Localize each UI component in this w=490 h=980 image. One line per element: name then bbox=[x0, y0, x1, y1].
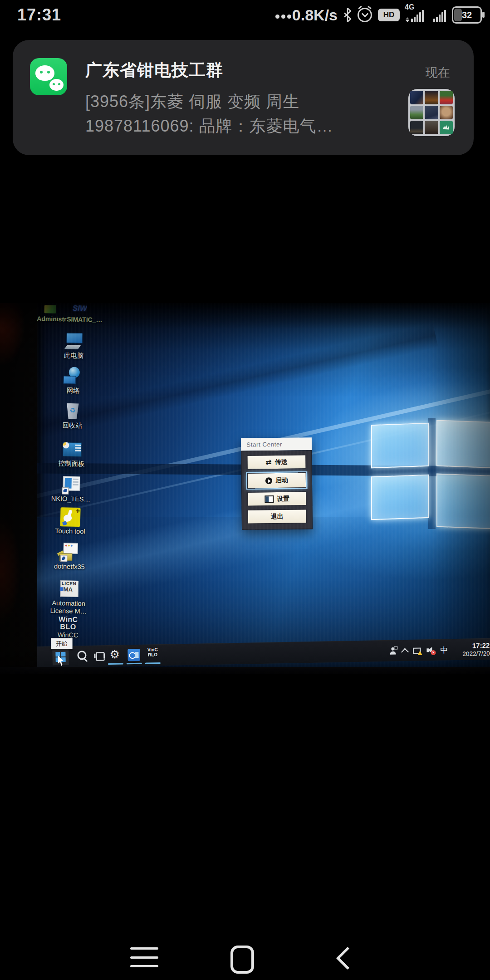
start-center-dialog: Start Center ⇄ 传送 启动 设置 退出 bbox=[241, 437, 313, 530]
shortcut-window-icon bbox=[60, 475, 82, 495]
installer-box-icon bbox=[59, 543, 81, 562]
navigation-bar bbox=[0, 935, 490, 980]
windows-logo-pane bbox=[436, 474, 490, 529]
desktop-icon-wincc: WinCBLO WinCC bbox=[43, 614, 93, 639]
phone-screen: 17:31 0.8K/s HD 4G 32 bbox=[0, 0, 490, 980]
start-runtime-button: 启动 bbox=[247, 472, 306, 488]
system-tray: × 中 17:22 2022/7/20 bbox=[389, 639, 490, 662]
settings-window-icon bbox=[265, 495, 274, 503]
touch-tool-icon: + bbox=[59, 507, 82, 527]
home-button[interactable] bbox=[230, 946, 254, 974]
exit-button: 退出 bbox=[248, 509, 307, 524]
dialog-title: Start Center bbox=[241, 437, 312, 451]
monitor-bezel bbox=[0, 667, 490, 674]
notification-card[interactable]: 广东省钳电技工群 现在 [3956条]东菱 伺服 变频 周生 198781160… bbox=[13, 40, 474, 155]
desktop-icon-license-manager: LICEN MA AutomationLicense M… bbox=[44, 579, 94, 615]
windows-desktop: Administr… SIW SIMATIC_… 此电脑 网络 ♻ 回收站 bbox=[37, 303, 490, 667]
wincc-logo-icon: WinCBLO bbox=[57, 615, 79, 631]
desktop-icon-recycle-bin: ♻ 回收站 bbox=[47, 402, 98, 430]
status-icons: 0.8K/s HD 4G 32 bbox=[275, 0, 485, 30]
notification-title: 广东省钳电技工群 bbox=[85, 59, 223, 82]
this-pc-icon bbox=[63, 332, 85, 351]
photo-dark-edge bbox=[0, 303, 37, 674]
gear-icon: ⚙ bbox=[109, 648, 120, 661]
group-avatar bbox=[408, 89, 455, 136]
desktop-icon-nkio: NKIO_TES… bbox=[46, 475, 96, 504]
notification-line2: 19878116069: 品牌：东菱电气… bbox=[85, 115, 333, 137]
desktop-icon-simatic: SIMATIC_… bbox=[67, 315, 103, 323]
start-tooltip: 开始 bbox=[51, 638, 73, 649]
wechat-icon bbox=[30, 58, 67, 95]
notification-line1: [3956条]东菱 伺服 变频 周生 bbox=[85, 91, 299, 113]
running-indicator bbox=[127, 663, 142, 665]
back-button[interactable] bbox=[336, 947, 359, 970]
chevron-up-icon bbox=[401, 648, 409, 656]
wincc-taskbar-icon: VinCRLO bbox=[145, 647, 160, 657]
administrator-icon bbox=[44, 305, 56, 314]
desktop-icons: Administr… SIW SIMATIC_… 此电脑 网络 ♻ 回收站 bbox=[37, 303, 110, 649]
simatic-icon: SIW bbox=[73, 304, 88, 314]
desktop-icon-dotnetfx35: dotnetfx35 bbox=[44, 542, 95, 571]
start-button bbox=[52, 649, 69, 666]
network-icon bbox=[62, 367, 84, 386]
windows-logo-pane bbox=[436, 420, 490, 469]
clock-time: 17:31 bbox=[17, 5, 61, 24]
network-speed: 0.8K/s bbox=[275, 6, 338, 24]
search-icon bbox=[77, 650, 88, 662]
dialog-body: ⇄ 传送 启动 设置 退出 bbox=[241, 450, 313, 530]
bluetooth-icon bbox=[343, 8, 352, 22]
control-panel-icon bbox=[61, 440, 83, 459]
desktop-icon-control-panel: 控制面板 bbox=[46, 440, 97, 468]
transfer-icon: ⇄ bbox=[265, 459, 272, 466]
volume-muted-icon: × bbox=[426, 647, 435, 654]
hd-icon: HD bbox=[378, 9, 400, 21]
network-warning-icon bbox=[413, 647, 421, 654]
desktop-icon-touch-tool: + Touch tool bbox=[45, 507, 95, 535]
speed-dots-icon bbox=[275, 15, 291, 19]
time-settings-app-icon bbox=[127, 649, 140, 661]
taskbar-clock: 17:22 2022/7/20 bbox=[453, 641, 490, 657]
taskbar-date: 2022/7/20 bbox=[462, 650, 490, 657]
recents-button[interactable] bbox=[130, 947, 158, 967]
license-manager-icon: LICEN MA bbox=[58, 579, 80, 599]
battery-icon: 32 bbox=[452, 6, 482, 24]
monitor-photo[interactable]: Administr… SIW SIMATIC_… 此电脑 网络 ♻ 回收站 bbox=[0, 303, 490, 674]
recycle-bin-icon: ♻ bbox=[62, 402, 84, 421]
task-view-icon bbox=[94, 650, 105, 662]
status-bar[interactable]: 17:31 0.8K/s HD 4G 32 bbox=[0, 0, 490, 30]
transfer-button: ⇄ 传送 bbox=[247, 455, 306, 469]
desktop-icon-this-pc: 此电脑 bbox=[49, 332, 99, 360]
battery-level: 32 bbox=[453, 8, 480, 22]
windows-logo-pane bbox=[371, 475, 429, 520]
taskbar-time: 17:22 bbox=[472, 641, 490, 649]
signal-4g-icon: 4G bbox=[406, 6, 424, 24]
settings-button: 设置 bbox=[247, 491, 306, 506]
signal-icon bbox=[430, 6, 446, 24]
windows-logo-divider bbox=[428, 418, 436, 529]
user-tray-icon bbox=[389, 647, 397, 654]
ime-indicator: 中 bbox=[440, 645, 448, 655]
running-indicator bbox=[145, 662, 161, 664]
windows-logo-pane bbox=[371, 423, 429, 468]
alarm-icon bbox=[358, 8, 372, 22]
running-indicator bbox=[108, 663, 123, 665]
notification-timestamp: 现在 bbox=[426, 64, 450, 81]
desktop-icon-network: 网络 bbox=[48, 367, 98, 395]
play-icon bbox=[265, 477, 272, 484]
